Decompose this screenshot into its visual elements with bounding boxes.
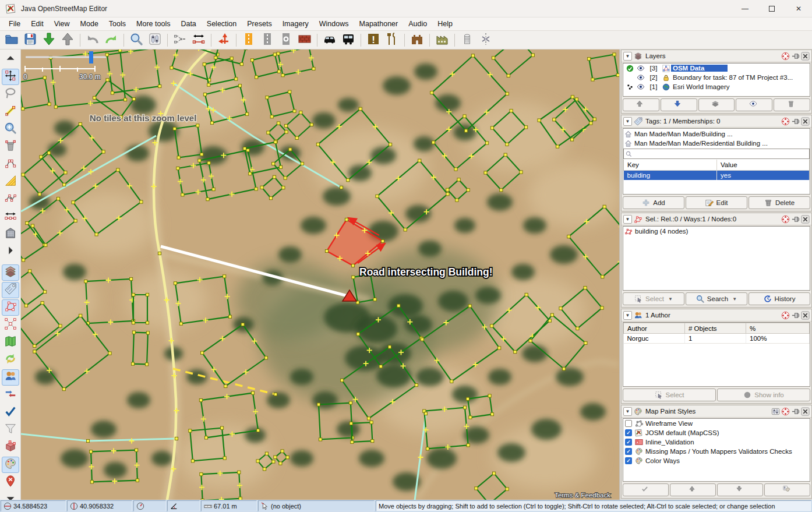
road-roundabout-button[interactable] bbox=[277, 32, 295, 48]
tag-key[interactable]: building bbox=[624, 170, 717, 180]
way-node[interactable] bbox=[265, 452, 268, 455]
way-node[interactable] bbox=[132, 362, 135, 365]
way-node[interactable] bbox=[79, 314, 82, 317]
style-row[interactable]: Missing Maps / Youth Mappers Validators … bbox=[623, 447, 810, 456]
way-node[interactable] bbox=[31, 224, 34, 227]
style-apply-button[interactable] bbox=[623, 483, 669, 496]
mappaint-collapse-button[interactable]: ▼ bbox=[623, 407, 632, 416]
way-node[interactable] bbox=[356, 333, 359, 336]
toggle-changeset-button[interactable] bbox=[2, 352, 19, 368]
way-node[interactable] bbox=[181, 193, 184, 196]
panel-close-button[interactable] bbox=[801, 311, 810, 320]
menu-imagery[interactable]: Imagery bbox=[277, 18, 314, 30]
panel-close-button[interactable] bbox=[801, 215, 810, 224]
way-node[interactable] bbox=[223, 457, 226, 460]
map-canvas[interactable]: Road intersecting Building!No tiles at t… bbox=[21, 50, 619, 500]
way-node[interactable] bbox=[341, 379, 344, 382]
way-node[interactable] bbox=[243, 147, 246, 150]
style-row[interactable]: JOSM default (MapCSS) bbox=[623, 428, 810, 437]
way-node[interactable] bbox=[340, 186, 343, 189]
panel-detach-button[interactable] bbox=[781, 407, 790, 416]
style-row[interactable]: Wireframe View bbox=[623, 419, 810, 428]
way-node[interactable] bbox=[269, 197, 272, 200]
way-node[interactable] bbox=[44, 243, 47, 246]
author-row[interactable]: Norguc1100% bbox=[624, 334, 810, 344]
way-node[interactable] bbox=[246, 112, 249, 115]
way-node[interactable] bbox=[267, 131, 270, 134]
imagery-attribution[interactable]: Terms & Feedback bbox=[555, 492, 610, 499]
way-node[interactable] bbox=[174, 282, 176, 285]
way-node[interactable] bbox=[370, 421, 373, 424]
way-node[interactable] bbox=[201, 351, 204, 354]
way-node[interactable] bbox=[317, 403, 320, 406]
way-node[interactable] bbox=[506, 92, 509, 95]
menu-help[interactable]: Help bbox=[432, 18, 458, 30]
factory-button[interactable] bbox=[433, 32, 451, 48]
undo-button[interactable] bbox=[84, 32, 101, 48]
way-node[interactable] bbox=[241, 323, 244, 326]
way-node[interactable] bbox=[525, 293, 528, 296]
tower-button[interactable] bbox=[458, 32, 476, 48]
toggle-validator-button[interactable] bbox=[2, 404, 19, 421]
way-node[interactable] bbox=[136, 479, 139, 482]
way-node[interactable] bbox=[279, 462, 282, 465]
way-node[interactable] bbox=[24, 304, 27, 307]
way-node[interactable] bbox=[465, 129, 468, 132]
way-node[interactable] bbox=[54, 105, 57, 108]
way-node[interactable] bbox=[173, 127, 176, 130]
tags-col-value[interactable]: Value bbox=[717, 160, 810, 170]
way-node[interactable] bbox=[210, 121, 213, 124]
way-node[interactable] bbox=[593, 118, 596, 121]
menu-mapathoner[interactable]: Mapathoner bbox=[354, 18, 404, 30]
close-button[interactable]: ✕ bbox=[785, 0, 812, 17]
wall-button[interactable] bbox=[296, 32, 313, 48]
upload-button[interactable] bbox=[59, 32, 76, 48]
way-node[interactable] bbox=[29, 270, 31, 273]
way-node[interactable] bbox=[240, 63, 243, 66]
way-node[interactable] bbox=[325, 249, 328, 252]
way-node[interactable] bbox=[486, 142, 489, 144]
way-node[interactable] bbox=[589, 122, 592, 125]
way-node[interactable] bbox=[373, 298, 376, 301]
toggle-notes-button[interactable] bbox=[2, 474, 19, 490]
way-node[interactable] bbox=[272, 460, 275, 463]
way-node[interactable] bbox=[507, 74, 510, 77]
way-node[interactable] bbox=[381, 239, 384, 242]
way-node[interactable] bbox=[132, 331, 135, 334]
mode-align-button[interactable] bbox=[2, 209, 19, 225]
way-node[interactable] bbox=[556, 145, 559, 148]
way-node[interactable] bbox=[504, 153, 507, 156]
way-node[interactable] bbox=[274, 455, 277, 458]
way-node[interactable] bbox=[116, 168, 119, 171]
way-node[interactable] bbox=[467, 189, 469, 192]
way-node[interactable] bbox=[33, 344, 36, 347]
way-node[interactable] bbox=[467, 444, 469, 447]
way-node[interactable] bbox=[457, 178, 460, 181]
way-node[interactable] bbox=[158, 84, 161, 87]
way-node[interactable] bbox=[132, 98, 135, 101]
way-node[interactable] bbox=[43, 76, 46, 79]
expand-down-button[interactable] bbox=[2, 492, 19, 500]
search-selection-button[interactable]: Search▼ bbox=[686, 292, 747, 305]
panel-pin-button[interactable] bbox=[791, 407, 800, 416]
way-node[interactable] bbox=[531, 54, 534, 57]
way-node[interactable] bbox=[312, 67, 315, 70]
way-node[interactable] bbox=[224, 384, 227, 387]
menu-file[interactable]: File bbox=[3, 18, 26, 30]
way-node[interactable] bbox=[277, 70, 280, 73]
way-node[interactable] bbox=[284, 176, 287, 179]
way-node[interactable] bbox=[264, 356, 267, 359]
way-node[interactable] bbox=[571, 96, 574, 98]
way-node[interactable] bbox=[281, 450, 284, 453]
way-node[interactable] bbox=[146, 321, 149, 324]
way-node[interactable] bbox=[475, 487, 478, 490]
way-node[interactable] bbox=[130, 277, 133, 280]
toggle-tags-button[interactable] bbox=[2, 282, 19, 298]
way-node[interactable] bbox=[492, 57, 495, 59]
way-node[interactable] bbox=[567, 235, 570, 238]
way-node[interactable] bbox=[274, 393, 277, 396]
mode-delete-button[interactable] bbox=[2, 139, 19, 155]
way-node[interactable] bbox=[510, 110, 513, 112]
way-node[interactable] bbox=[179, 322, 182, 325]
panel-preferences-button[interactable] bbox=[771, 407, 780, 416]
